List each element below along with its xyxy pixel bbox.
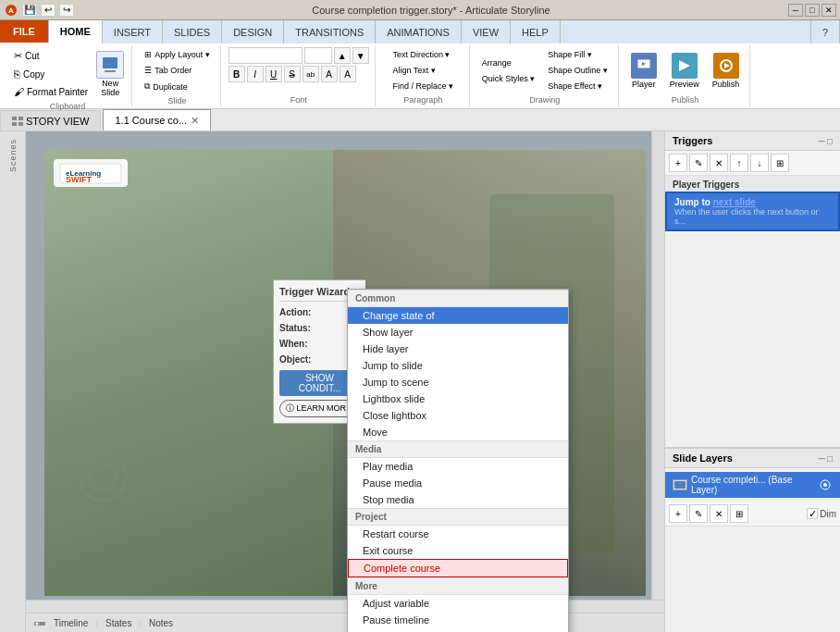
move-down-trigger-btn[interactable]: ↓ — [750, 154, 769, 172]
tab-home[interactable]: HOME — [49, 20, 103, 43]
font-label: Font — [290, 93, 307, 105]
move-up-trigger-btn[interactable]: ↑ — [730, 154, 748, 172]
edit-trigger-btn[interactable]: ✎ — [689, 154, 708, 172]
publish-btn[interactable]: Publish — [708, 50, 745, 92]
window-controls: ─ □ ✕ — [788, 4, 836, 17]
italic-btn[interactable]: I — [247, 66, 264, 82]
menu-jump-to-scene[interactable]: Jump to scene — [348, 374, 568, 390]
dim-checkbox[interactable]: ✓ — [807, 508, 818, 519]
find-replace-btn[interactable]: Find / Replace ▾ — [388, 79, 458, 93]
action-dropdown[interactable]: Common Change state of Show layer Hide l… — [347, 289, 569, 632]
font-size-up-btn[interactable]: ▲ — [334, 47, 351, 64]
triggers-expand-btn[interactable]: □ — [827, 136, 833, 146]
close-tab-btn[interactable]: ✕ — [191, 115, 199, 127]
shape-fill-btn[interactable]: Shape Fill ▾ — [543, 47, 612, 62]
tab-transitions[interactable]: TRANSITIONS — [284, 20, 376, 43]
triggers-collapse-btn[interactable]: ─ — [819, 136, 825, 146]
clipboard-group: ✂Cut ⎘Copy 🖌Format Painter New Slide — [4, 45, 132, 106]
maximize-btn[interactable]: □ — [805, 4, 820, 17]
trigger-item-jump-next[interactable]: Jump to next slide When the user clicks … — [665, 192, 840, 231]
content-area: eLearning SWIFT Trigger Wizard Action: — [26, 131, 664, 632]
duplicate-btn[interactable]: ⧉Duplicate — [140, 79, 192, 94]
svg-point-19 — [36, 622, 39, 625]
redo-btn[interactable]: ↪ — [59, 4, 74, 17]
menu-show-layer[interactable]: Show layer — [348, 324, 568, 341]
layers-collapse-btn[interactable]: ─ — [819, 453, 825, 464]
delete-layer-btn[interactable]: ✕ — [710, 504, 728, 523]
menu-adjust-variable[interactable]: Adjust variable — [348, 595, 568, 612]
minimize-btn[interactable]: ─ — [788, 4, 803, 17]
save-btn[interactable]: 💾 — [22, 4, 37, 17]
preview-btn[interactable]: Preview — [665, 50, 704, 92]
layer-item-base[interactable]: Course completi... (Base Layer) — [665, 472, 840, 498]
bold-btn[interactable]: B — [229, 66, 245, 82]
view-tabs: STORY VIEW 1.1 Course co... ✕ — [0, 109, 840, 131]
font-group: ▲ ▼ B I U S ab A A Font — [223, 45, 376, 106]
menu-stop-media[interactable]: Stop media — [348, 491, 568, 508]
text-direction-btn[interactable]: Text Direction ▾ — [388, 47, 454, 62]
cut-btn[interactable]: ✂Cut — [9, 47, 65, 65]
subscript-btn[interactable]: ab — [303, 66, 319, 82]
svg-rect-20 — [674, 481, 686, 489]
tab-story-view[interactable]: STORY VIEW — [0, 110, 101, 130]
svg-text:SWIFT: SWIFT — [66, 175, 92, 184]
menu-close-lightbox[interactable]: Close lightbox — [348, 407, 568, 424]
tab-file[interactable]: FILE — [0, 20, 49, 43]
menu-play-media[interactable]: Play media — [348, 458, 568, 475]
menu-pause-timeline[interactable]: Pause timeline — [348, 612, 568, 628]
shape-effect-btn[interactable]: Shape Effect ▾ — [543, 79, 612, 93]
quick-styles-btn[interactable]: Quick Styles ▾ — [477, 71, 540, 86]
format-painter-btn[interactable]: 🖌Format Painter — [9, 83, 93, 100]
menu-move[interactable]: Move — [348, 424, 568, 440]
tab-design[interactable]: DESIGN — [222, 20, 284, 43]
undo-btn[interactable]: ↩ — [41, 4, 56, 17]
layers-title: Slide Layers — [673, 452, 733, 464]
tab-view[interactable]: VIEW — [462, 20, 511, 43]
help-icon[interactable]: ? — [810, 20, 840, 43]
layer-settings[interactable] — [818, 479, 833, 490]
add-trigger-btn[interactable]: + — [669, 154, 687, 172]
font-color-btn[interactable]: A — [321, 66, 338, 82]
menu-complete-course[interactable]: Complete course — [348, 559, 568, 577]
menu-exit-course[interactable]: Exit course — [348, 542, 568, 559]
ribbon: FILE HOME INSERT SLIDES DESIGN TRANSITIO… — [0, 20, 840, 109]
vertical-scrollbar[interactable] — [651, 131, 664, 600]
menu-jump-to-slide[interactable]: Jump to slide — [348, 357, 568, 374]
menu-lightbox-slide[interactable]: Lightbox slide — [348, 390, 568, 407]
font-size-input[interactable] — [304, 47, 332, 64]
shape-outline-btn[interactable]: Shape Outline ▾ — [543, 63, 612, 78]
font-size-down-btn[interactable]: ▼ — [352, 47, 369, 64]
underline-btn[interactable]: U — [266, 66, 282, 82]
close-btn[interactable]: ✕ — [821, 4, 836, 17]
more-layer-btn[interactable]: ⊞ — [730, 504, 748, 523]
tab-order-btn[interactable]: ☰Tab Order — [140, 63, 196, 78]
tab-help[interactable]: HELP — [511, 20, 561, 43]
strikethrough-btn[interactable]: S — [284, 66, 301, 82]
tab-course[interactable]: 1.1 Course co... ✕ — [103, 109, 211, 130]
project-section-label: Project — [348, 508, 568, 526]
highlight-btn[interactable]: A — [340, 66, 356, 82]
media-section-label: Media — [348, 440, 568, 458]
arrange-btn[interactable]: Arrange — [477, 56, 540, 70]
drawing-group: Arrange Quick Styles ▾ Shape Fill ▾ Shap… — [472, 45, 619, 106]
delete-trigger-btn[interactable]: ✕ — [710, 154, 728, 172]
menu-change-state[interactable]: Change state of — [348, 307, 568, 324]
trigger-desc: When the user clicks the next button or … — [674, 207, 831, 226]
edit-layer-btn[interactable]: ✎ — [689, 504, 708, 523]
menu-resume-timeline[interactable]: Resume timeline — [348, 628, 568, 632]
menu-restart-course[interactable]: Restart course — [348, 526, 568, 542]
apply-layout-btn[interactable]: ⊞Apply Layout ▾ — [140, 47, 215, 62]
tab-animations[interactable]: ANIMATIONS — [376, 20, 462, 43]
tab-insert[interactable]: INSERT — [103, 20, 163, 43]
align-text-btn[interactable]: Align Text ▾ — [388, 63, 439, 78]
menu-hide-layer[interactable]: Hide layer — [348, 341, 568, 357]
font-name-input[interactable] — [229, 47, 303, 64]
copy-btn[interactable]: ⎘Copy — [9, 66, 65, 82]
player-btn[interactable]: Player — [626, 50, 661, 92]
add-layer-btn[interactable]: + — [669, 504, 687, 523]
more-trigger-btn[interactable]: ⊞ — [771, 154, 789, 172]
layers-expand-btn[interactable]: □ — [827, 453, 833, 464]
triggers-header: Triggers ─ □ — [665, 131, 840, 151]
tab-slides[interactable]: SLIDES — [163, 20, 222, 43]
menu-pause-media[interactable]: Pause media — [348, 475, 568, 491]
